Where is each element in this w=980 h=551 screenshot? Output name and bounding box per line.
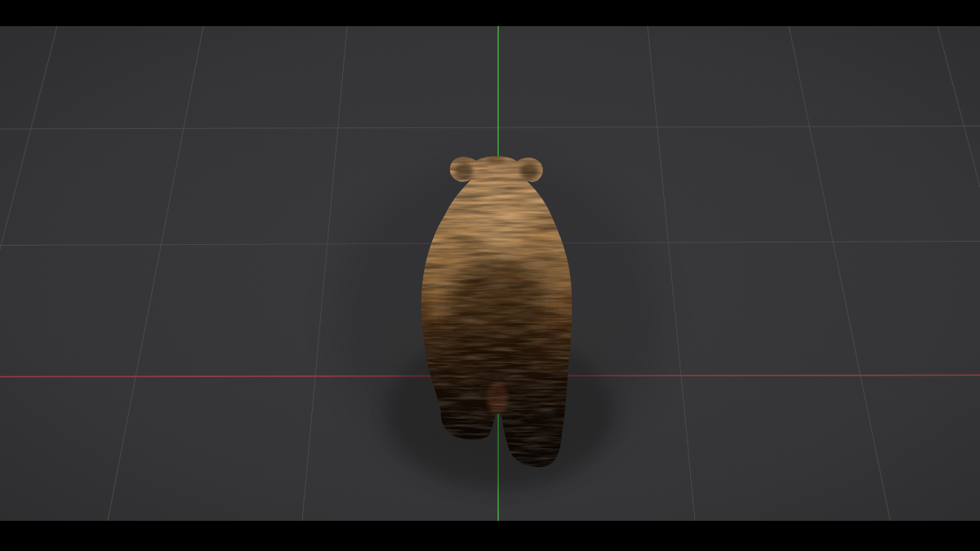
letterbox-bottom-bar xyxy=(0,521,980,551)
screen xyxy=(0,0,980,551)
letterbox-top-bar xyxy=(0,0,980,26)
scene-svg xyxy=(0,0,980,551)
